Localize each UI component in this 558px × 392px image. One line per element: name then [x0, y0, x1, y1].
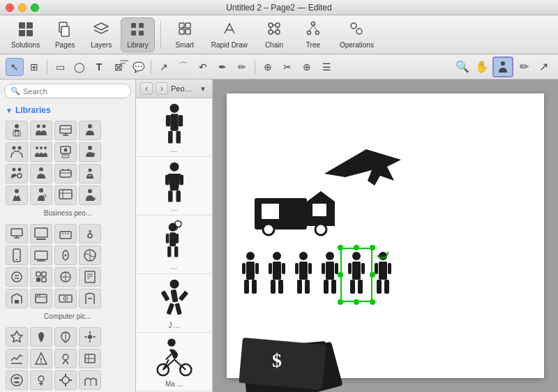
panel-dropdown-button[interactable]: ▼ [198, 84, 208, 93]
list-item-person3[interactable]: ... [136, 216, 212, 274]
lib-icon-cell[interactable] [54, 370, 77, 390]
lib-icon-cell[interactable] [54, 186, 77, 205]
canvas-area[interactable]: $ [213, 80, 558, 392]
person-selected[interactable] [343, 250, 370, 299]
lib-icon-cell[interactable] [54, 327, 77, 347]
text-tool[interactable]: T [90, 58, 108, 76]
lib-icon-cell[interactable] [79, 370, 101, 390]
tree-button[interactable]: Tree [295, 18, 331, 52]
pen-right-tool[interactable]: ✏ [515, 58, 533, 76]
lib-icon-cell[interactable] [79, 327, 101, 347]
nav-back-button[interactable]: ‹ [140, 82, 153, 95]
svg-rect-5 [61, 27, 69, 36]
callout-tool[interactable]: 💬 [129, 58, 147, 76]
lib-icon-cell[interactable] [30, 327, 52, 347]
crosshair-tool[interactable]: ⊕ [259, 58, 277, 76]
chain-button[interactable]: Chain [256, 18, 292, 52]
text-cursor-tool[interactable]: ⊞ [25, 58, 43, 76]
rapid-draw-button[interactable]: Rapid Draw [206, 18, 253, 52]
top-toolbar: Solutions Pages Layers Library Smart Rap… [0, 15, 558, 54]
library-button[interactable]: Library [121, 17, 155, 52]
scissors-tool[interactable]: ✂ [278, 58, 296, 76]
person-group-1[interactable] [237, 250, 264, 299]
operations-button[interactable]: Operations [334, 18, 379, 52]
lib-icon-cell[interactable] [30, 142, 52, 162]
lib-icon-cell[interactable] [30, 349, 52, 368]
minimize-button[interactable] [18, 3, 27, 12]
pen-tool[interactable]: ✒ [213, 58, 232, 76]
close-button[interactable] [6, 3, 14, 12]
lib-icon-cell[interactable] [79, 121, 101, 140]
list-item-person4[interactable]: J ... [136, 274, 212, 333]
lib-icon-cell[interactable] [79, 246, 101, 265]
lib-icon-cell[interactable] [30, 164, 52, 183]
lib-icon-cell[interactable] [54, 246, 77, 265]
person-tool-btn[interactable] [492, 56, 513, 77]
arrow-right-tool[interactable]: ↗ [534, 58, 552, 76]
traffic-lights [6, 3, 39, 12]
lib-icon-cell[interactable] [6, 370, 28, 390]
list-item-person1[interactable]: ... [136, 98, 212, 157]
arc-tool[interactable]: ⌒ [174, 58, 193, 76]
lib-icon-cell[interactable] [79, 164, 101, 183]
list-item-person2[interactable]: ... [136, 157, 212, 216]
lib-icon-cell[interactable] [79, 142, 101, 162]
solutions-button[interactable]: Solutions [6, 18, 45, 52]
lib-icon-cell[interactable] [30, 224, 52, 243]
lib-icon-cell[interactable] [54, 224, 77, 243]
svg-point-145 [62, 377, 69, 384]
select-tool[interactable]: ↖ [6, 58, 24, 76]
lib-icon-cell[interactable] [6, 349, 28, 368]
lib-icon-cell[interactable] [6, 121, 28, 140]
lib-icon-cell[interactable] [30, 289, 52, 308]
bezier-tool[interactable]: ↶ [194, 58, 212, 76]
freehand-tool[interactable]: ✏ [233, 58, 251, 76]
library-header[interactable]: ▼ Libraries [0, 103, 135, 118]
money-shape[interactable]: $ [237, 331, 345, 392]
lib-icon-cell[interactable] [54, 349, 77, 368]
lib-icon-cell[interactable] [30, 267, 52, 287]
maximize-button[interactable] [31, 3, 39, 12]
lib-icon-cell[interactable] [54, 267, 77, 287]
lib-icon-cell[interactable] [79, 267, 101, 287]
lib-icon-cell[interactable] [79, 186, 101, 205]
lib-icon-cell[interactable] [6, 142, 28, 162]
line-tool[interactable]: ↗ [155, 58, 173, 76]
lib-icon-cell[interactable] [6, 246, 28, 265]
person-group-2[interactable] [264, 250, 290, 299]
list-item-person5[interactable]: Ma ... [136, 333, 212, 391]
lib-icon-cell[interactable] [30, 186, 52, 205]
nav-forward-button[interactable]: › [156, 82, 168, 95]
lib-icon-cell[interactable] [79, 289, 101, 308]
pages-button[interactable]: Pages [48, 18, 82, 52]
lib-icon-cell[interactable] [54, 289, 77, 308]
lib-icon-cell[interactable] [30, 370, 52, 390]
search-box[interactable]: 🔍 [4, 84, 131, 98]
format-tool[interactable]: ⊕ [298, 58, 316, 76]
lib-icon-cell[interactable] [6, 186, 28, 205]
lib-icon-cell[interactable] [54, 121, 77, 140]
person-group-3[interactable] [290, 250, 317, 299]
ellipse-tool[interactable]: ◯ [70, 58, 89, 76]
svg-point-157 [169, 103, 179, 112]
lib-icon-cell[interactable] [6, 164, 28, 183]
lib-icon-cell[interactable] [6, 327, 28, 347]
smart-button[interactable]: Smart [167, 18, 203, 52]
lib-icon-cell[interactable] [30, 246, 52, 265]
lib-icon-cell[interactable] [6, 289, 28, 308]
lib-icon-cell[interactable] [6, 224, 28, 243]
lib-icon-cell[interactable] [6, 267, 28, 287]
zoom-tool[interactable]: 🔍 [453, 58, 472, 76]
lib-icon-cell[interactable] [79, 349, 101, 368]
table-tool[interactable]: ☰ [317, 58, 335, 76]
svg-line-188 [165, 354, 171, 359]
lib-icon-cell[interactable] [54, 164, 77, 183]
delivery-truck-shape[interactable] [251, 184, 338, 236]
lib-icon-cell[interactable] [54, 142, 77, 162]
lib-icon-cell[interactable] [79, 224, 101, 243]
layers-button[interactable]: Layers [84, 18, 118, 52]
lib-icon-cell[interactable] [30, 121, 52, 140]
search-input[interactable] [23, 87, 125, 96]
hand-tool[interactable]: ✋ [473, 58, 491, 76]
rectangle-tool[interactable]: ▭ [51, 58, 69, 76]
